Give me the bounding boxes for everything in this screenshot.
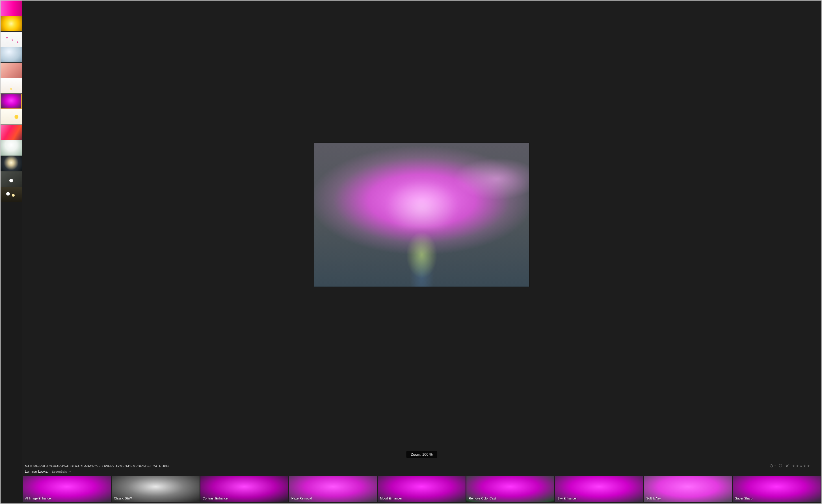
look-label: Mood Enhancer	[380, 497, 402, 500]
thumbnail-image	[1, 63, 22, 78]
thumbnail-image	[1, 47, 22, 62]
thumbnail-image	[1, 94, 22, 109]
thumbnail-image	[1, 109, 22, 125]
thumbnail-magenta[interactable]	[1, 94, 22, 109]
thumbnail-image	[1, 78, 22, 93]
star-icon[interactable]: ★	[807, 464, 810, 468]
look-card[interactable]: Contrast Enhancer	[200, 476, 288, 502]
look-label: Classic B&W	[114, 497, 132, 500]
thumbnail-image	[1, 16, 22, 31]
main-panel: Zoom: 100 % NATURE-PHOTOGRAPHY-ABSTRACT-…	[22, 1, 821, 503]
color-tag-dropdown[interactable]: ▾	[769, 464, 776, 468]
look-label: Contrast Enhancer	[203, 497, 229, 500]
looks-strip: AI Image EnhancerClassic B&WContrast Enh…	[22, 476, 821, 503]
thumbnail-bokeh[interactable]	[1, 187, 22, 202]
thumbnail-tulip[interactable]	[1, 140, 22, 156]
thumbnail-image	[1, 156, 22, 171]
look-card[interactable]: Sky Enhancer	[555, 476, 643, 502]
x-icon	[785, 464, 789, 468]
thumbnail-grayleaf[interactable]	[1, 171, 22, 187]
canvas-zone: Zoom: 100 %	[22, 1, 821, 463]
heart-icon	[779, 464, 782, 468]
thumbnail-sidebar	[1, 1, 22, 503]
svg-point-0	[770, 464, 773, 467]
look-card[interactable]: Mood Enhancer	[378, 476, 466, 502]
look-label: Sky Enhancer	[557, 497, 577, 500]
star-icon[interactable]: ★	[792, 464, 795, 468]
look-card[interactable]: Haze Removal	[289, 476, 377, 502]
looks-label: Luminar Looks:	[25, 470, 48, 474]
star-rating[interactable]: ★★★★★	[792, 464, 810, 468]
look-card[interactable]: Soft & Airy	[644, 476, 732, 502]
star-icon[interactable]: ★	[803, 464, 806, 468]
look-card[interactable]: AI Image Enhancer	[23, 476, 111, 502]
star-icon[interactable]: ★	[796, 464, 799, 468]
look-label: Haze Removal	[292, 497, 312, 500]
looks-category-dropdown[interactable]: Essentials	[51, 470, 71, 474]
star-icon[interactable]: ★	[799, 464, 803, 468]
favorite-toggle[interactable]	[779, 464, 782, 468]
thumbnail-yellow[interactable]	[1, 16, 22, 31]
thumbnail-image	[1, 187, 22, 202]
thumbnail-redorange[interactable]	[1, 125, 22, 140]
thumbnail-pinkpetal[interactable]	[1, 63, 22, 78]
thumbnail-image	[1, 140, 22, 156]
chevron-up-icon	[69, 470, 71, 473]
thumbnail-image	[1, 1, 22, 16]
reject-toggle[interactable]	[785, 464, 789, 468]
info-bar: NATURE-PHOTOGRAPHY-ABSTRACT-MACRO-FLOWER…	[22, 463, 821, 468]
infobar-actions: ▾ ★★★★★	[769, 464, 810, 468]
hero-image[interactable]	[314, 143, 529, 286]
circle-icon	[769, 464, 773, 468]
zoom-badge: Zoom: 100 %	[406, 451, 437, 458]
look-card[interactable]: Remove Color Cast	[466, 476, 554, 502]
chevron-down-icon: ▾	[775, 465, 776, 467]
thumbnail-whitepetal[interactable]	[1, 78, 22, 93]
thumbnail-branch[interactable]	[1, 32, 22, 47]
thumbnail-backlit[interactable]	[1, 156, 22, 171]
look-label: AI Image Enhancer	[25, 497, 52, 500]
thumbnail-yellowdot[interactable]	[1, 109, 22, 125]
looks-header: Luminar Looks: Essentials	[22, 468, 821, 476]
look-label: Super Sharp	[735, 497, 753, 500]
filename-label: NATURE-PHOTOGRAPHY-ABSTRACT-MACRO-FLOWER…	[25, 464, 169, 468]
thumbnail-image	[1, 32, 22, 47]
thumbnail-image	[1, 125, 22, 140]
look-label: Remove Color Cast	[469, 497, 496, 500]
looks-category-value: Essentials	[51, 470, 67, 474]
app-root: Zoom: 100 % NATURE-PHOTOGRAPHY-ABSTRACT-…	[0, 0, 822, 504]
thumbnail-image	[1, 171, 22, 187]
thumbnail-bluewhite[interactable]	[1, 47, 22, 62]
thumbnail-swatch[interactable]	[1, 1, 22, 16]
look-card[interactable]: Super Sharp	[733, 476, 821, 502]
look-card[interactable]: Classic B&W	[112, 476, 199, 502]
look-label: Soft & Airy	[646, 497, 661, 500]
